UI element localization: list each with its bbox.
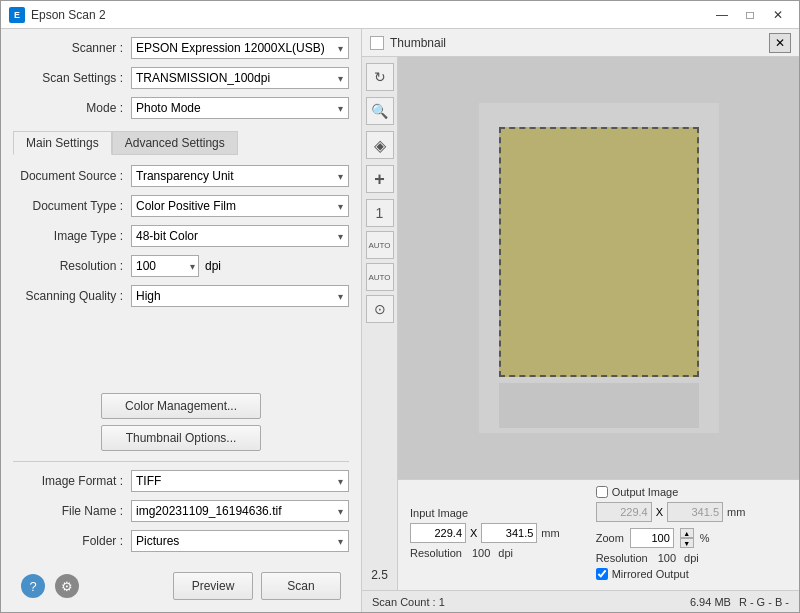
image-format-select-wrapper: TIFF xyxy=(131,470,349,492)
thumbnail-title: Thumbnail xyxy=(390,36,769,50)
image-format-select[interactable]: TIFF xyxy=(131,470,349,492)
camera-icon: ⊙ xyxy=(374,301,386,317)
zoom-unit: % xyxy=(700,532,710,544)
zoom-spinner: ▲ ▼ xyxy=(680,528,694,548)
tab-advanced-settings[interactable]: Advanced Settings xyxy=(112,131,238,155)
file-name-label: File Name : xyxy=(13,504,123,518)
resolution-select[interactable]: 100 xyxy=(131,255,199,277)
thumbnail-content[interactable] xyxy=(398,57,799,479)
output-width-field xyxy=(596,502,652,522)
add-icon: + xyxy=(374,169,385,190)
close-button[interactable]: ✕ xyxy=(765,5,791,25)
auto2-tool-button[interactable]: AUTO xyxy=(366,263,394,291)
file-name-select-wrapper: img20231109_16194636.tif xyxy=(131,500,349,522)
image-type-select[interactable]: 48-bit Color xyxy=(131,225,349,247)
image-type-row: Image Type : 48-bit Color xyxy=(13,225,349,247)
info-row-1: Input Image X mm Resolution 100 xyxy=(410,486,787,580)
folder-select[interactable]: Pictures xyxy=(131,530,349,552)
one-tool-button[interactable]: 1 xyxy=(366,199,394,227)
action-buttons: Color Management... Thumbnail Options... xyxy=(13,393,349,451)
thumbnail-close-button[interactable]: ✕ xyxy=(769,33,791,53)
app-icon: E xyxy=(9,7,25,23)
scanner-select[interactable]: EPSON Expression 12000XL(USB) xyxy=(131,37,349,59)
tab-main-settings[interactable]: Main Settings xyxy=(13,131,112,155)
zoom-icon: 🔍 xyxy=(371,103,388,119)
rotate-tool-button[interactable]: ↻ xyxy=(366,63,394,91)
channels: R - G - B - xyxy=(739,596,789,608)
scan-button[interactable]: Scan xyxy=(261,572,341,600)
zoom-field[interactable] xyxy=(630,528,674,548)
left-panel: Scanner : EPSON Expression 12000XL(USB) … xyxy=(1,29,361,612)
select-icon: ◈ xyxy=(374,136,386,155)
output-res-value: 100 xyxy=(658,552,676,564)
scan-count: Scan Count : 1 xyxy=(372,596,445,608)
input-width-field[interactable] xyxy=(410,523,466,543)
film-image xyxy=(499,127,699,377)
zoom-up-button[interactable]: ▲ xyxy=(680,528,694,538)
minimize-button[interactable]: — xyxy=(709,5,735,25)
footer-row: ? ⚙ Preview Scan xyxy=(13,568,349,604)
output-res-group: Resolution 100 dpi xyxy=(596,552,746,564)
resolution-controls: 100 dpi xyxy=(131,255,221,277)
input-res-unit: dpi xyxy=(498,547,513,559)
mirrored-label: Mirrored Output xyxy=(612,568,689,580)
output-mm-label: mm xyxy=(727,506,745,518)
zoom-label: Zoom xyxy=(596,532,624,544)
footer-buttons: Preview Scan xyxy=(173,572,341,600)
mode-label: Mode : xyxy=(13,101,123,115)
scanner-label: Scanner : xyxy=(13,41,123,55)
resolution-label: Resolution : xyxy=(13,259,123,273)
add-tool-button[interactable]: + xyxy=(366,165,394,193)
scan-settings-select-wrapper: TRANSMISSION_100dpi xyxy=(131,67,349,89)
thumbnail-titlebar: Thumbnail ✕ xyxy=(362,29,799,57)
thumbnail-checkbox[interactable] xyxy=(370,36,384,50)
document-type-select-wrapper: Color Positive Film xyxy=(131,195,349,217)
auto1-icon: AUTO xyxy=(368,241,390,250)
image-type-label: Image Type : xyxy=(13,229,123,243)
image-format-row: Image Format : TIFF xyxy=(13,470,349,492)
mirrored-checkbox[interactable] xyxy=(596,568,608,580)
maximize-button[interactable]: □ xyxy=(737,5,763,25)
zoom-down-button[interactable]: ▼ xyxy=(680,538,694,548)
scanning-quality-select[interactable]: High xyxy=(131,285,349,307)
document-source-select[interactable]: Transparency Unit xyxy=(131,165,349,187)
zoom-row: Zoom ▲ ▼ % xyxy=(596,528,746,548)
zoom-value: 2.5 xyxy=(371,568,388,590)
document-type-select[interactable]: Color Positive Film xyxy=(131,195,349,217)
input-mm-label: mm xyxy=(541,527,559,539)
settings-tabs: Main Settings Advanced Settings xyxy=(13,131,349,155)
title-bar: E Epson Scan 2 — □ ✕ xyxy=(1,1,799,29)
help-icon[interactable]: ? xyxy=(21,574,45,598)
image-type-select-wrapper: 48-bit Color xyxy=(131,225,349,247)
mode-select-wrapper: Photo Mode xyxy=(131,97,349,119)
select-tool-button[interactable]: ◈ xyxy=(366,131,394,159)
document-type-row: Document Type : Color Positive Film xyxy=(13,195,349,217)
scanner-row: Scanner : EPSON Expression 12000XL(USB) xyxy=(13,37,349,59)
input-dims-group: X mm xyxy=(410,523,560,543)
scan-settings-select[interactable]: TRANSMISSION_100dpi xyxy=(131,67,349,89)
scanner-select-wrapper: EPSON Expression 12000XL(USB) xyxy=(131,37,349,59)
preview-button[interactable]: Preview xyxy=(173,572,253,600)
document-type-label: Document Type : xyxy=(13,199,123,213)
resolution-select-wrapper: 100 xyxy=(131,255,199,277)
resolution-unit: dpi xyxy=(205,259,221,273)
thumbnail-panel: Thumbnail ✕ ↻ 🔍 ◈ + xyxy=(361,29,799,612)
mode-select[interactable]: Photo Mode xyxy=(131,97,349,119)
color-management-button[interactable]: Color Management... xyxy=(101,393,261,419)
auto2-tool-group: AUTO xyxy=(366,263,394,291)
settings-icon[interactable]: ⚙ xyxy=(55,574,79,598)
window-title: Epson Scan 2 xyxy=(31,8,709,22)
output-header: Output Image xyxy=(596,486,746,498)
scanning-quality-select-wrapper: High xyxy=(131,285,349,307)
input-height-field[interactable] xyxy=(481,523,537,543)
file-name-select[interactable]: img20231109_16194636.tif xyxy=(131,500,349,522)
folder-select-wrapper: Pictures xyxy=(131,530,349,552)
thumbnail-options-button[interactable]: Thumbnail Options... xyxy=(101,425,261,451)
input-res-value: 100 xyxy=(472,547,490,559)
auto1-tool-button[interactable]: AUTO xyxy=(366,231,394,259)
zoom-tool-button[interactable]: 🔍 xyxy=(366,97,394,125)
output-image-checkbox[interactable] xyxy=(596,486,608,498)
camera-tool-button[interactable]: ⊙ xyxy=(366,295,394,323)
output-height-field xyxy=(667,502,723,522)
scanning-quality-row: Scanning Quality : High xyxy=(13,285,349,307)
